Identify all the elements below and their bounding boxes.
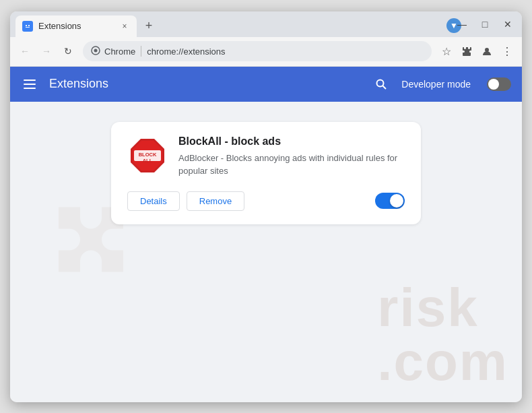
reload-button[interactable]: ↻ <box>59 42 77 61</box>
page-title: Extensions <box>49 77 361 91</box>
search-button[interactable] <box>372 75 391 94</box>
forward-icon: → <box>42 46 51 57</box>
address-url: chrome://extensions <box>147 46 424 57</box>
watermark-line2: .com <box>377 335 508 389</box>
back-icon: ← <box>20 46 30 57</box>
new-tab-button[interactable]: + <box>139 17 158 36</box>
extension-card: BLOCK ALL BlockAll - block ads AdBlocker… <box>111 122 421 224</box>
svg-line-5 <box>383 86 387 89</box>
extension-toggle-knob <box>390 194 403 208</box>
minimize-button[interactable]: — <box>453 15 471 33</box>
remove-button[interactable]: Remove <box>187 191 244 211</box>
address-bar[interactable]: Chrome chrome://extensions <box>83 41 432 61</box>
tab-title: Extensions <box>38 21 114 31</box>
back-button[interactable]: ← <box>15 42 34 61</box>
hamburger-menu-button[interactable] <box>21 77 38 92</box>
toggle-knob <box>488 79 499 90</box>
svg-text:BLOCK: BLOCK <box>139 152 157 158</box>
svg-rect-0 <box>24 22 32 30</box>
svg-point-2 <box>94 49 98 52</box>
browser-window: Extensions × + ▼ — □ ✕ ← → ↻ <box>10 11 522 402</box>
title-bar: Extensions × + ▼ — □ ✕ <box>10 11 522 37</box>
content-area: risk .com BLO <box>10 102 522 402</box>
tab-favicon <box>22 21 33 32</box>
address-brand: Chrome <box>104 46 135 57</box>
security-icon <box>91 46 100 57</box>
maximize-button[interactable]: □ <box>476 15 494 33</box>
svg-point-4 <box>377 80 384 86</box>
svg-text:ALL: ALL <box>143 158 153 164</box>
menu-button[interactable]: ⋮ <box>498 42 517 61</box>
profile-button[interactable] <box>477 42 496 61</box>
card-bottom: Details Remove <box>127 191 405 211</box>
extensions-header: Extensions Developer mode <box>10 67 522 102</box>
close-button[interactable]: ✕ <box>499 15 517 33</box>
dev-mode-label: Developer mode <box>401 79 471 90</box>
extension-name: BlockAll - block ads <box>178 135 405 148</box>
card-top: BLOCK ALL BlockAll - block ads AdBlocker… <box>127 135 405 178</box>
reload-icon: ↻ <box>64 46 72 57</box>
details-button[interactable]: Details <box>127 191 180 211</box>
hamburger-line-2 <box>24 84 36 85</box>
hamburger-line-3 <box>24 88 36 89</box>
forward-button[interactable]: → <box>37 42 56 61</box>
tab-close-button[interactable]: × <box>119 21 130 32</box>
watermark-line1: risk <box>377 281 508 335</box>
watermark: risk .com <box>377 281 508 389</box>
extension-info: BlockAll - block ads AdBlocker - Blocks … <box>178 135 405 178</box>
toolbar-right-icons: ☆ ⋮ <box>437 42 517 61</box>
extensions-button[interactable] <box>457 42 476 61</box>
extension-description: AdBlocker - Blocks annoying ads with ind… <box>178 152 405 178</box>
extension-enabled-toggle[interactable] <box>375 193 405 209</box>
address-separator <box>141 46 141 57</box>
window-controls: — □ ✕ <box>453 15 517 33</box>
active-tab[interactable]: Extensions × <box>15 15 137 37</box>
extension-icon: BLOCK ALL <box>127 135 168 176</box>
hamburger-line-1 <box>24 80 36 81</box>
developer-mode-toggle[interactable] <box>487 77 511 91</box>
bookmark-button[interactable]: ☆ <box>437 42 456 61</box>
browser-toolbar: ← → ↻ Chrome chrome://extensions ☆ <box>10 37 522 67</box>
